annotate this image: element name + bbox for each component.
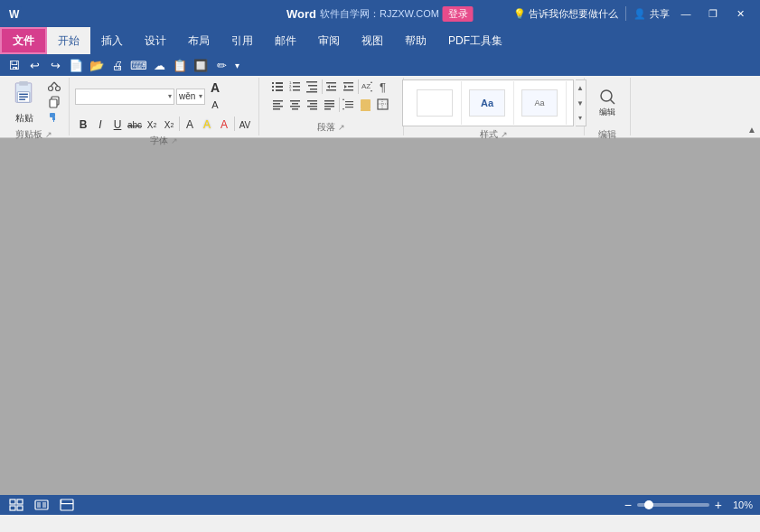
qa-dropdown[interactable]: ▾ <box>232 61 242 70</box>
svg-rect-74 <box>17 506 23 510</box>
borders-button[interactable] <box>375 98 391 112</box>
web-icon <box>60 499 74 511</box>
font-expand[interactable]: ↗ <box>170 136 179 145</box>
style-scroll-up[interactable]: ▲ <box>576 80 586 96</box>
justify-button[interactable] <box>322 98 338 112</box>
svg-rect-51 <box>307 100 317 102</box>
align-right-button[interactable] <box>305 98 321 112</box>
numbering-button[interactable]: 1. 2. 3. <box>287 79 304 94</box>
restore-button[interactable]: ❐ <box>700 4 726 23</box>
style-scroll-more[interactable]: ▾ <box>576 110 586 126</box>
qa-clipboard[interactable]: 📋 <box>170 56 190 74</box>
login-button[interactable]: 登录 <box>443 6 474 22</box>
strikethrough-button[interactable]: abc <box>127 117 143 133</box>
sort-button[interactable]: AZ <box>360 79 376 94</box>
svg-rect-77 <box>42 502 46 508</box>
layout-view-button[interactable] <box>7 498 25 512</box>
italic-button[interactable]: I <box>92 117 108 133</box>
style-heading2[interactable]: Aa <box>514 81 567 125</box>
decrease-indent-button[interactable] <box>324 79 340 94</box>
svg-rect-47 <box>290 100 300 102</box>
menu-start[interactable]: 开始 <box>47 27 90 54</box>
align-right-icon <box>305 98 320 112</box>
font-size-selector[interactable]: wěn ▾ <box>176 89 205 105</box>
zoom-plus-button[interactable]: + <box>715 499 722 511</box>
multilevel-list-button[interactable] <box>305 79 321 94</box>
svg-rect-29 <box>310 89 317 90</box>
clipboard-expand[interactable]: ↗ <box>44 130 53 139</box>
style-heading1[interactable]: Aa <box>462 81 514 125</box>
status-bar: − + 10% <box>0 495 760 515</box>
font-separator2 <box>234 117 235 131</box>
qa-redo[interactable]: ↪ <box>45 56 65 74</box>
svg-rect-31 <box>326 82 336 84</box>
qa-cloud[interactable]: ☁ <box>149 56 169 74</box>
underline-button[interactable]: U <box>109 117 126 133</box>
bullets-button[interactable] <box>270 79 286 94</box>
styles-expand[interactable]: ↗ <box>500 130 509 139</box>
qa-frame[interactable]: 🔲 <box>191 56 211 74</box>
style-scroll-down[interactable]: ▼ <box>576 96 586 111</box>
increase-indent-button[interactable] <box>341 79 357 94</box>
paste-button[interactable]: 粘贴 <box>5 79 43 126</box>
font-color-button[interactable]: A <box>216 117 232 133</box>
app-name: Word <box>286 7 316 21</box>
qa-new[interactable]: 📄 <box>66 56 86 74</box>
text-effect-button[interactable]: A <box>182 117 198 133</box>
copy-button[interactable] <box>45 95 63 109</box>
char-spacing-button[interactable]: AV <box>237 117 253 133</box>
menu-review[interactable]: 审阅 <box>307 27 351 54</box>
subscript-button[interactable]: X2 <box>144 117 160 133</box>
format-paint-button[interactable] <box>45 110 63 125</box>
font-name-selector[interactable]: ▾ <box>75 89 174 105</box>
help-button[interactable]: 💡 告诉我你想要做什么 <box>513 7 618 21</box>
svg-rect-35 <box>343 82 353 84</box>
web-view-button[interactable] <box>58 498 76 512</box>
highlight-button[interactable]: A <box>199 117 215 133</box>
close-button[interactable]: ✕ <box>727 4 753 23</box>
ribbon-collapse-arrow[interactable]: ▲ <box>746 123 758 135</box>
qa-save[interactable]: 🖫 <box>4 56 23 74</box>
font-grow-button[interactable]: A <box>207 79 223 96</box>
zoom-minus-button[interactable]: − <box>624 499 632 511</box>
superscript-button[interactable]: X2 <box>161 117 177 133</box>
paragraph-expand[interactable]: ↗ <box>337 123 346 132</box>
show-marks-button[interactable]: ¶ <box>377 79 393 94</box>
share-button[interactable]: 👤 共享 <box>633 7 670 21</box>
qa-print[interactable]: 🖨 <box>108 56 127 74</box>
menu-mail[interactable]: 邮件 <box>264 27 307 54</box>
search-button[interactable]: 编辑 <box>590 79 624 126</box>
svg-rect-72 <box>17 499 23 504</box>
cut-button[interactable] <box>45 79 63 94</box>
align-center-button[interactable] <box>287 98 304 112</box>
menu-layout[interactable]: 布局 <box>177 27 220 54</box>
shading-button[interactable] <box>358 98 374 112</box>
align-left-button[interactable] <box>270 98 286 112</box>
title-center: Word 软件自学网：RJZXW.COM 登录 <box>286 6 474 22</box>
line-spacing-button[interactable] <box>341 98 357 112</box>
zoom-percent: 10% <box>727 499 753 510</box>
svg-rect-15 <box>272 82 274 84</box>
qa-keyboard[interactable]: ⌨ <box>128 56 148 74</box>
zoom-slider[interactable] <box>637 503 709 507</box>
menu-references[interactable]: 引用 <box>220 27 264 54</box>
menu-design[interactable]: 设计 <box>134 27 177 54</box>
style-normal[interactable] <box>409 81 462 125</box>
font-shrink-button[interactable]: A <box>207 97 223 113</box>
qa-open[interactable]: 📂 <box>87 56 107 74</box>
menu-pdf[interactable]: PDF工具集 <box>437 27 513 54</box>
menu-file[interactable]: 文件 <box>0 27 47 54</box>
minimize-button[interactable]: — <box>673 4 699 23</box>
menu-help[interactable]: 帮助 <box>394 27 437 54</box>
bold-button[interactable]: B <box>75 117 91 133</box>
menu-insert[interactable]: 插入 <box>90 27 134 54</box>
qa-undo[interactable]: ↩ <box>24 56 44 74</box>
style-gallery[interactable]: Aa Aa <box>402 79 574 126</box>
main-area <box>0 138 760 495</box>
menu-view[interactable]: 视图 <box>351 27 394 54</box>
svg-rect-38 <box>343 89 353 91</box>
qa-draw[interactable]: ✏ <box>211 56 231 74</box>
svg-marker-63 <box>342 108 344 110</box>
read-view-button[interactable] <box>33 498 51 512</box>
paragraph-content: 1. 2. 3. <box>270 79 393 119</box>
